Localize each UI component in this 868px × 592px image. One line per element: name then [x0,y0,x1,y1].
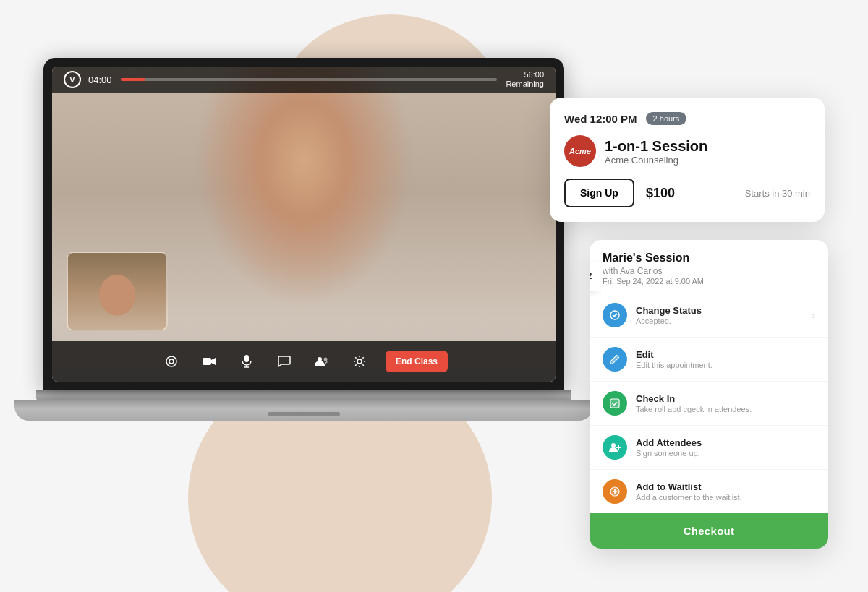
pip-video [67,252,168,331]
progress-bar [121,78,498,81]
svg-point-11 [611,443,616,447]
session-subtitle: Acme Counseling [605,155,707,166]
laptop-screen: V 04:00 56:00 Remaining [52,67,556,382]
acme-logo: Acme [564,135,596,167]
session-actions: Sign Up $100 Starts in 30 min [564,179,810,207]
svg-rect-2 [203,358,211,365]
checkin-text: Check In Take roll abd cgeck in attendee… [636,393,815,413]
change-status-chevron: › [812,309,815,321]
laptop-base [14,400,593,421]
session-card: Wed 12:00 PM 2 hours Acme 1-on-1 Session… [550,98,825,222]
session-title: 1-on-1 Session [605,137,707,155]
svg-point-8 [357,359,362,364]
main-video-area [52,67,556,382]
checkin-icon [603,391,627,416]
svg-point-1 [169,359,174,364]
people-icon[interactable] [310,350,333,373]
panel-tab-number: 2 [590,262,600,291]
laptop-screen-frame: V 04:00 56:00 Remaining [43,58,564,390]
change-status-sub: Accepted. [636,317,803,325]
menu-item-add-waitlist[interactable]: Add to Waitlist Add a customer to the wa… [590,470,828,513]
screen-share-icon[interactable] [160,350,183,373]
menu-item-edit[interactable]: Edit Edit this appointment. [590,338,828,382]
edit-text: Edit Edit this appointment. [636,349,815,369]
svg-rect-3 [244,355,249,362]
checkout-button[interactable]: Checkout [590,513,828,549]
change-status-title: Change Status [636,305,803,316]
panel-session-with: with Ava Carlos [603,266,815,276]
add-attendees-title: Add Attendees [636,437,815,448]
edit-title: Edit [636,349,815,360]
session-duration-badge: 2 hours [646,112,687,125]
svg-point-7 [323,358,327,361]
add-waitlist-sub: Add a customer to the waitlist. [636,493,815,502]
pip-video-feed [68,253,166,330]
add-waitlist-text: Add to Waitlist Add a customer to the wa… [636,481,815,502]
microphone-icon[interactable] [235,350,258,373]
svg-point-0 [166,356,176,366]
laptop-hinge [36,390,571,400]
signup-button[interactable]: Sign Up [564,179,634,207]
menu-item-change-status[interactable]: Change Status Accepted. › [590,293,828,338]
add-waitlist-icon [603,479,627,504]
video-feed [52,67,556,382]
session-starts: Starts in 30 min [745,188,810,199]
checkin-title: Check In [636,393,815,404]
change-status-icon [603,303,627,327]
time-remaining: 56:00 Remaining [506,70,544,89]
settings-icon[interactable] [348,350,371,373]
camera-icon[interactable] [197,350,221,373]
add-attendees-text: Add Attendees Sign someone up. [636,437,815,458]
action-panel: 2 Marie's Session with Ava Carlos Fri, S… [590,240,828,549]
app-logo: V [64,71,81,88]
edit-sub: Edit this appointment. [636,361,815,369]
laptop-container: V 04:00 56:00 Remaining [43,58,593,421]
svg-rect-10 [610,399,619,408]
add-attendees-sub: Sign someone up. [636,449,815,458]
chat-icon[interactable] [273,350,296,373]
change-status-text: Change Status Accepted. [636,305,803,325]
time-elapsed: 04:00 [88,74,112,85]
menu-item-add-attendees[interactable]: Add Attendees Sign someone up. [590,426,828,470]
menu-item-checkin[interactable]: Check In Take roll abd cgeck in attendee… [590,382,828,426]
session-info: 1-on-1 Session Acme Counseling [605,137,707,166]
add-waitlist-title: Add to Waitlist [636,481,815,492]
video-toolbar: End Class [52,341,556,382]
add-attendees-icon [603,435,627,460]
session-card-header: Wed 12:00 PM 2 hours [564,112,810,125]
session-price: $100 [646,186,675,201]
panel-session-date: Fri, Sep 24, 2022 at 9:00 AM [603,277,815,286]
edit-icon [603,347,627,372]
panel-session-title: Marie's Session [603,252,815,265]
panel-header: Marie's Session with Ava Carlos Fri, Sep… [590,240,828,293]
video-topbar: V 04:00 56:00 Remaining [52,67,556,93]
session-time: Wed 12:00 PM [564,113,637,125]
session-main-row: Acme 1-on-1 Session Acme Counseling [564,135,810,167]
progress-fill [121,78,146,81]
end-class-button[interactable]: End Class [386,351,448,372]
checkin-sub: Take roll abd cgeck in attendees. [636,405,815,413]
